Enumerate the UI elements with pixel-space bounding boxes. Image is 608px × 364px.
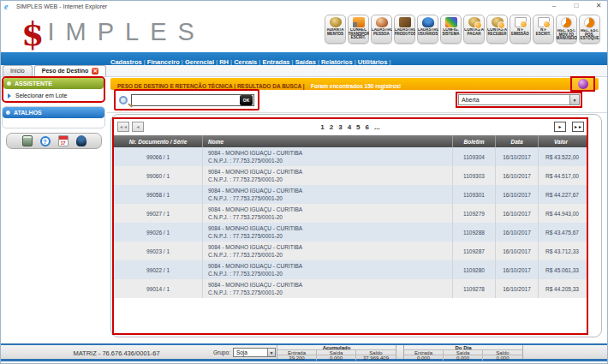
cell-valor: R$ 44.205,33 [539, 279, 583, 298]
cell-nome-line2: C.N.P.J. : 77.753.275/0001-20 [208, 176, 283, 183]
page-number[interactable]: 4 [348, 123, 351, 131]
atalhos-header[interactable]: ATALHOS [3, 107, 104, 118]
search-ok-button[interactable]: OK [240, 95, 253, 105]
sidebar-item-selecionar-em-lote[interactable]: Selecionar em Lote [3, 89, 104, 100]
page-number[interactable]: 3 [338, 123, 342, 131]
maximize-button[interactable]: □ [571, 2, 581, 9]
cell-valor: R$ 43.712,33 [539, 242, 583, 260]
page-number[interactable]: 6 [366, 123, 369, 131]
cell-documento: 99058 / 1 [114, 185, 203, 204]
toolbar-button[interactable]: REL. EST. POS. ESTOQUE [579, 15, 600, 44]
tab-close-icon[interactable]: ✕ [92, 68, 98, 75]
cell-documento: 99027 / 1 [114, 204, 203, 223]
column-header-documento[interactable]: Nr. Documento / Série [114, 135, 203, 147]
grupo-select[interactable]: Soja ▼ [233, 348, 276, 357]
toolbar-button[interactable]: CONTAS A RECEBER [486, 15, 508, 44]
cell-data: 16/10/2017 [496, 242, 539, 260]
cell-boletim: 1109303 [453, 166, 496, 185]
close-button[interactable]: ✕ [593, 2, 604, 9]
table-highlight-box: ◄◄ ◄ 123456... ► ►► Nr. Documento / Séri… [112, 117, 588, 335]
column-header-boletim[interactable]: Boletim [453, 135, 496, 147]
cell-data: 16/10/2017 [496, 260, 539, 279]
toolbar-button[interactable]: CADASTRO PRODUTOS [394, 15, 415, 44]
cell-nome: 9084 - MOINHO IGUAÇU - CURITIBA C.N.P.J.… [203, 204, 453, 223]
cell-boletim: 1109288 [453, 223, 496, 242]
toolbar-button[interactable]: N F ESCRIT. [533, 15, 554, 44]
toolbar-button[interactable]: ADIANTA MENTOS [325, 15, 346, 44]
table-row[interactable]: 99026 / 1 9084 - MOINHO IGUAÇU - CURITIB… [114, 223, 587, 242]
toolbar-button[interactable]: CADASTRO USUÁRIOS [417, 15, 438, 44]
help-icon[interactable]: ? [40, 136, 51, 146]
result-header-bar: PESO DE DESTINO E RETENÇÃO TÉCNICA | RES… [110, 78, 599, 90]
quick-access-bar: ? 17 [6, 133, 102, 149]
cell-nome-line1: 9084 - MOINHO IGUAÇU - CURITIBA [208, 149, 302, 157]
cell-boletim: 1109280 [453, 260, 496, 279]
toolbar-button[interactable]: CONTAS A PAGAR [463, 15, 485, 44]
table-header-row: Nr. Documento / Série Nome Boletim Data … [114, 135, 587, 147]
calculator-icon[interactable] [22, 135, 33, 146]
atalhos-section: ATALHOS [2, 106, 105, 128]
cell-nome-line1: 9084 - MOINHO IGUAÇU - CURITIBA [208, 262, 302, 270]
table-row[interactable]: 99058 / 1 9084 - MOINHO IGUAÇU - CURITIB… [114, 185, 587, 204]
cell-valor: R$ 44.517,00 [539, 166, 583, 185]
tab-inicio[interactable]: Início [3, 65, 33, 76]
cell-nome-line2: C.N.P.J. : 77.753.275/0001-20 [208, 213, 283, 221]
toolbar-icon [422, 17, 434, 27]
chevron-down-icon[interactable]: ▼ [569, 95, 579, 104]
toolbar-icon [584, 17, 595, 28]
toolbar-icon [353, 17, 365, 27]
calendar-icon[interactable]: 17 [58, 135, 69, 146]
last-page-button[interactable]: ►► [572, 122, 584, 132]
toolbar-button-label: CONFIG. SISTEMA [441, 28, 462, 40]
pagination-bar: ◄◄ ◄ 123456... ► ►► [114, 119, 587, 135]
search-field: OK [131, 94, 254, 106]
table-row[interactable]: 99027 / 1 9084 - MOINHO IGUAÇU - CURITIB… [114, 204, 587, 223]
table-row[interactable]: 99023 / 1 9084 - MOINHO IGUAÇU - CURITIB… [114, 242, 587, 260]
previous-page-button[interactable]: ◄ [132, 122, 144, 132]
dodia-saida-value: 0,000 [444, 355, 483, 361]
toolbar-button[interactable]: CADASTRO PESSOA [371, 15, 392, 44]
user-icon[interactable] [76, 135, 86, 146]
purple-sphere-icon[interactable] [578, 79, 588, 89]
app-logo: $IMPLES [21, 15, 206, 53]
tab-label: Peso de Destino [42, 66, 88, 76]
page-number[interactable]: 5 [356, 123, 360, 131]
cell-nome-line2: C.N.P.J. : 77.753.275/0001-20 [208, 289, 283, 296]
title-bar: e SIMPLES WEB - Internet Explorer – □ ✕ [1, 1, 607, 13]
tab-peso-de-destino[interactable]: Peso de Destino ✕ [34, 65, 106, 76]
grupo-label: Grupo: [213, 349, 230, 355]
cell-nome-line1: 9084 - MOINHO IGUAÇU - CURITIBA [208, 187, 302, 194]
page-number[interactable]: 2 [330, 123, 333, 131]
toolbar-button-label: CONTAS A RECEBER [487, 28, 508, 40]
table-row[interactable]: 99022 / 1 9084 - MOINHO IGUAÇU - CURITIB… [114, 260, 587, 279]
next-page-button[interactable]: ► [554, 122, 566, 132]
column-header-nome[interactable]: Nome [203, 135, 453, 147]
column-header-valor[interactable]: Valor [539, 135, 583, 147]
toolbar-button[interactable]: REL. EST. MOV.TO MANUSEIO [556, 15, 577, 44]
cell-data: 16/10/2017 [496, 223, 539, 242]
first-page-button[interactable]: ◄◄ [117, 122, 129, 132]
totals-table: Acumulado Entrada Saída Saldo 39,200 0,0… [277, 345, 523, 359]
page-number[interactable]: ... [374, 123, 380, 131]
page-number[interactable]: 1 [320, 123, 324, 131]
assistente-header[interactable]: ASSISTENTE [3, 78, 104, 89]
search-icon[interactable] [119, 96, 128, 104]
cell-valor: R$ 43.522,00 [539, 147, 583, 166]
divider [107, 112, 607, 113]
toolbar-button[interactable]: N F EMISSÃO [510, 15, 531, 44]
toolbar-button[interactable]: CONHEC TRANSPORTE ESCRIT. [348, 15, 369, 44]
toolbar-button[interactable]: CONFIG. SISTEMA [440, 15, 462, 44]
logo-bar: $IMPLES ADIANTA MENTOS CONHEC TRANSPORTE… [1, 13, 607, 52]
table-row[interactable]: 99066 / 1 9084 - MOINHO IGUAÇU - CURITIB… [114, 147, 587, 166]
cell-boletim: 1109279 [453, 204, 496, 223]
main-area: PESO DE DESTINO E RETENÇÃO TÉCNICA | RES… [107, 78, 607, 343]
sidebar-item-label: Selecionar em Lote [15, 92, 67, 98]
dodia-saldo-value: 0,000 [483, 355, 522, 361]
minimize-button[interactable]: – [549, 2, 559, 9]
table-row[interactable]: 99014 / 1 9084 - MOINHO IGUAÇU - CURITIB… [114, 279, 587, 298]
table-row[interactable]: 99060 / 1 9084 - MOINHO IGUAÇU - CURITIB… [114, 166, 587, 185]
search-input[interactable] [132, 95, 240, 105]
chevron-down-icon[interactable]: ▼ [267, 349, 275, 356]
column-header-data[interactable]: Data [496, 135, 539, 147]
status-filter-select[interactable]: Aberta ▼ [458, 94, 580, 105]
